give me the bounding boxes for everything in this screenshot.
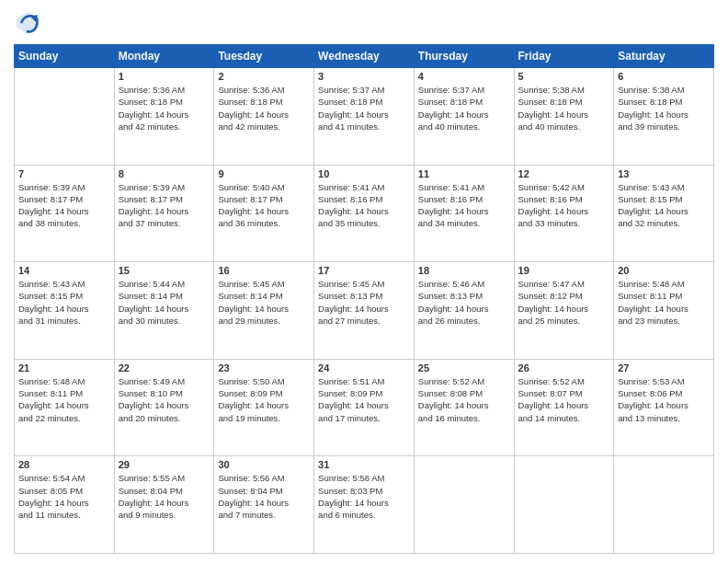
cell-info-line: Sunrise: 5:47 AM: [518, 278, 610, 290]
calendar-page: SundayMondayTuesdayWednesdayThursdayFrid…: [0, 0, 728, 563]
cell-info-line: Sunrise: 5:44 AM: [119, 278, 210, 290]
cell-info-line: and 14 minutes.: [518, 412, 610, 424]
cell-info-line: Sunset: 8:07 PM: [518, 387, 610, 399]
cell-info-line: Daylight: 14 hours: [418, 399, 510, 411]
cell-info-line: Sunset: 8:18 PM: [318, 96, 410, 108]
day-number: 7: [18, 168, 110, 179]
cell-info-line: Daylight: 14 hours: [318, 303, 410, 315]
cell-info-line: Sunset: 8:17 PM: [119, 193, 210, 205]
day-header-saturday: Saturday: [614, 45, 714, 68]
cell-info-line: Sunrise: 5:54 AM: [18, 472, 110, 484]
cell-info-line: Daylight: 14 hours: [518, 205, 610, 217]
cell-info-line: and 31 minutes.: [18, 315, 110, 327]
cell-info-line: and 9 minutes.: [119, 509, 210, 521]
cell-info-line: Sunset: 8:18 PM: [518, 96, 610, 108]
calendar-cell: 7Sunrise: 5:39 AMSunset: 8:17 PMDaylight…: [15, 165, 115, 262]
cell-info-line: and 7 minutes.: [218, 509, 310, 521]
cell-info-line: and 16 minutes.: [418, 412, 510, 424]
calendar-cell: 4Sunrise: 5:37 AMSunset: 8:18 PMDaylight…: [414, 68, 514, 166]
cell-info-line: and 37 minutes.: [119, 217, 210, 229]
calendar-cell: 16Sunrise: 5:45 AMSunset: 8:14 PMDayligh…: [214, 262, 314, 360]
day-number: 16: [218, 265, 310, 276]
day-header-thursday: Thursday: [414, 45, 514, 68]
cell-info-line: Sunset: 8:16 PM: [518, 193, 610, 205]
cell-info-line: Sunset: 8:15 PM: [618, 193, 710, 205]
cell-info-line: Sunset: 8:09 PM: [218, 387, 310, 399]
calendar-cell: 12Sunrise: 5:42 AMSunset: 8:16 PMDayligh…: [514, 165, 614, 262]
cell-info-line: Sunset: 8:13 PM: [318, 290, 410, 302]
calendar-cell: 30Sunrise: 5:56 AMSunset: 8:04 PMDayligh…: [214, 456, 314, 554]
calendar-cell: [614, 456, 714, 554]
header: [14, 9, 714, 37]
cell-info-line: Sunrise: 5:56 AM: [218, 472, 310, 484]
day-number: 30: [218, 459, 310, 470]
cell-info-line: Sunrise: 5:50 AM: [218, 375, 310, 387]
cell-info-line: Daylight: 14 hours: [318, 497, 410, 509]
cell-info-line: Daylight: 14 hours: [418, 205, 510, 217]
cell-info-line: Sunrise: 5:43 AM: [18, 278, 110, 290]
cell-info-line: Daylight: 14 hours: [218, 109, 310, 121]
cell-info-line: Sunrise: 5:38 AM: [618, 84, 710, 96]
calendar-cell: 21Sunrise: 5:48 AMSunset: 8:11 PMDayligh…: [15, 359, 115, 456]
cell-info-line: Sunrise: 5:52 AM: [518, 375, 610, 387]
cell-info-line: and 20 minutes.: [119, 412, 210, 424]
calendar-cell: 25Sunrise: 5:52 AMSunset: 8:08 PMDayligh…: [414, 359, 514, 456]
cell-info-line: and 22 minutes.: [18, 412, 110, 424]
cell-info-line: Daylight: 14 hours: [518, 399, 610, 411]
cell-info-line: Sunrise: 5:42 AM: [518, 181, 610, 193]
cell-info-line: and 42 minutes.: [218, 121, 310, 132]
cell-info-line: Sunrise: 5:53 AM: [618, 375, 710, 387]
cell-info-line: Sunrise: 5:37 AM: [318, 84, 410, 96]
calendar-cell: 22Sunrise: 5:49 AMSunset: 8:10 PMDayligh…: [114, 359, 214, 456]
cell-info-line: Sunset: 8:04 PM: [218, 485, 310, 497]
cell-info-line: and 38 minutes.: [18, 217, 110, 229]
cell-info-line: and 26 minutes.: [418, 315, 510, 327]
cell-info-line: Sunrise: 5:45 AM: [318, 278, 410, 290]
cell-info-line: Sunset: 8:16 PM: [418, 193, 510, 205]
day-number: 10: [318, 168, 410, 179]
cell-info-line: Daylight: 14 hours: [119, 205, 210, 217]
cell-info-line: Sunrise: 5:39 AM: [119, 181, 210, 193]
calendar-table: SundayMondayTuesdayWednesdayThursdayFrid…: [14, 44, 714, 554]
calendar-cell: 18Sunrise: 5:46 AMSunset: 8:13 PMDayligh…: [414, 262, 514, 360]
cell-info-line: and 40 minutes.: [518, 121, 610, 132]
cell-info-line: Daylight: 14 hours: [218, 303, 310, 315]
cell-info-line: Sunset: 8:12 PM: [518, 290, 610, 302]
calendar-cell: 15Sunrise: 5:44 AMSunset: 8:14 PMDayligh…: [114, 262, 214, 360]
cell-info-line: and 13 minutes.: [618, 412, 710, 424]
logo-icon: [14, 9, 41, 37]
cell-info-line: Sunset: 8:05 PM: [18, 485, 110, 497]
cell-info-line: Daylight: 14 hours: [318, 205, 410, 217]
cell-info-line: Sunset: 8:09 PM: [318, 387, 410, 399]
cell-info-line: and 41 minutes.: [318, 121, 410, 132]
calendar-cell: [514, 456, 614, 554]
calendar-cell: 26Sunrise: 5:52 AMSunset: 8:07 PMDayligh…: [514, 359, 614, 456]
cell-info-line: Daylight: 14 hours: [618, 303, 710, 315]
cell-info-line: Sunset: 8:14 PM: [218, 290, 310, 302]
cell-info-line: Sunrise: 5:46 AM: [418, 278, 510, 290]
cell-info-line: Sunset: 8:14 PM: [119, 290, 210, 302]
cell-info-line: Daylight: 14 hours: [618, 205, 710, 217]
cell-info-line: Sunset: 8:13 PM: [418, 290, 510, 302]
cell-info-line: Daylight: 14 hours: [318, 399, 410, 411]
calendar-week-row: 28Sunrise: 5:54 AMSunset: 8:05 PMDayligh…: [15, 456, 714, 554]
day-number: 23: [218, 362, 310, 373]
cell-info-line: Daylight: 14 hours: [119, 109, 210, 121]
day-number: 29: [119, 459, 210, 470]
calendar-week-row: 21Sunrise: 5:48 AMSunset: 8:11 PMDayligh…: [15, 359, 714, 456]
cell-info-line: and 36 minutes.: [218, 217, 310, 229]
cell-info-line: Sunrise: 5:48 AM: [618, 278, 710, 290]
cell-info-line: Sunset: 8:08 PM: [418, 387, 510, 399]
cell-info-line: and 6 minutes.: [318, 509, 410, 521]
cell-info-line: Daylight: 14 hours: [18, 205, 110, 217]
cell-info-line: Sunrise: 5:39 AM: [18, 181, 110, 193]
calendar-cell: 13Sunrise: 5:43 AMSunset: 8:15 PMDayligh…: [614, 165, 714, 262]
cell-info-line: Sunset: 8:04 PM: [119, 485, 210, 497]
cell-info-line: and 19 minutes.: [218, 412, 310, 424]
day-number: 2: [218, 71, 310, 82]
cell-info-line: Daylight: 14 hours: [119, 497, 210, 509]
cell-info-line: and 40 minutes.: [418, 121, 510, 132]
cell-info-line: Sunset: 8:10 PM: [119, 387, 210, 399]
calendar-header-row: SundayMondayTuesdayWednesdayThursdayFrid…: [15, 45, 714, 68]
calendar-cell: 6Sunrise: 5:38 AMSunset: 8:18 PMDaylight…: [614, 68, 714, 166]
